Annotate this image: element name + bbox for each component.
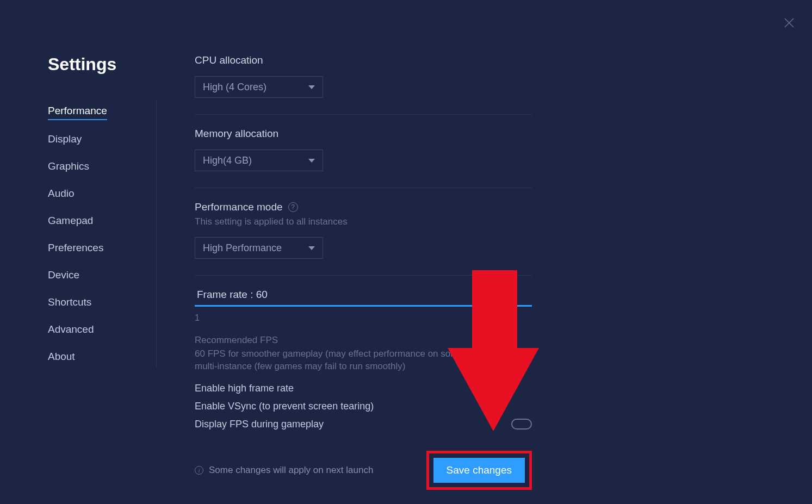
display-fps-row: Display FPS during gameplay xyxy=(195,419,532,430)
sidebar-item-graphics[interactable]: Graphics xyxy=(48,156,89,177)
close-button[interactable] xyxy=(783,16,796,29)
memory-allocation-dropdown[interactable]: High(4 GB) xyxy=(195,150,323,171)
memory-allocation-label: Memory allocation xyxy=(195,128,532,140)
save-button-highlight: Save changes xyxy=(426,451,532,490)
memory-allocation-group: Memory allocation High(4 GB) xyxy=(195,128,532,188)
memory-allocation-value: High(4 GB) xyxy=(203,155,252,166)
enable-vsync-row: Enable VSync (to prevent screen tearing) xyxy=(195,401,532,412)
enable-vsync-label: Enable VSync (to prevent screen tearing) xyxy=(195,401,374,412)
settings-main: CPU allocation High (4 Cores) Memory all… xyxy=(195,54,532,490)
close-icon xyxy=(783,17,795,29)
help-icon[interactable]: ? xyxy=(288,202,298,212)
chevron-down-icon xyxy=(308,159,315,163)
cpu-allocation-value: High (4 Cores) xyxy=(203,82,266,93)
sidebar-item-preferences[interactable]: Preferences xyxy=(48,238,103,258)
cpu-allocation-group: CPU allocation High (4 Cores) xyxy=(195,54,532,115)
footer-note: i Some changes will apply on next launch xyxy=(195,465,373,476)
performance-mode-label-text: Performance mode xyxy=(195,201,283,213)
performance-mode-group: Performance mode ? This setting is appli… xyxy=(195,201,532,276)
page-title: Settings xyxy=(48,54,157,74)
info-icon: i xyxy=(195,466,203,475)
recommended-fps-title: Recommended FPS xyxy=(195,335,532,346)
chevron-down-icon xyxy=(308,85,315,89)
sidebar: Performance Display Graphics Audio Gamep… xyxy=(48,101,157,367)
save-button[interactable]: Save changes xyxy=(433,458,525,483)
cpu-allocation-label: CPU allocation xyxy=(195,54,532,66)
chevron-down-icon xyxy=(308,246,315,250)
sidebar-item-gamepad[interactable]: Gamepad xyxy=(48,210,93,231)
enable-high-frame-rate-row: Enable high frame rate xyxy=(195,383,532,394)
performance-mode-dropdown[interactable]: High Performance xyxy=(195,237,323,259)
performance-mode-label: Performance mode ? xyxy=(195,201,532,213)
footer-note-text: Some changes will apply on next launch xyxy=(209,465,373,476)
display-fps-toggle[interactable] xyxy=(511,419,532,430)
enable-high-frame-rate-label: Enable high frame rate xyxy=(195,383,294,394)
footer-row: i Some changes will apply on next launch… xyxy=(195,451,532,490)
recommended-fps-body: 60 FPS for smoother gameplay (may effect… xyxy=(195,348,532,373)
sidebar-item-about[interactable]: About xyxy=(48,346,75,367)
sidebar-item-performance[interactable]: Performance xyxy=(48,101,107,120)
sidebar-item-shortcuts[interactable]: Shortcuts xyxy=(48,292,91,313)
frame-rate-slider[interactable] xyxy=(195,305,532,307)
frame-rate-group: Frame rate : 60 1 Recommended FPS 60 FPS… xyxy=(195,289,532,430)
performance-mode-value: High Performance xyxy=(203,242,282,254)
display-fps-label: Display FPS during gameplay xyxy=(195,419,324,430)
cpu-allocation-dropdown[interactable]: High (4 Cores) xyxy=(195,76,323,98)
performance-mode-sublabel: This setting is applied to all instances xyxy=(195,216,532,227)
sidebar-item-display[interactable]: Display xyxy=(48,129,82,150)
sidebar-item-audio[interactable]: Audio xyxy=(48,183,75,204)
frame-rate-tick-min: 1 xyxy=(195,313,532,323)
sidebar-item-advanced[interactable]: Advanced xyxy=(48,319,94,340)
frame-rate-label: Frame rate : 60 xyxy=(195,289,532,301)
sidebar-item-device[interactable]: Device xyxy=(48,265,79,285)
